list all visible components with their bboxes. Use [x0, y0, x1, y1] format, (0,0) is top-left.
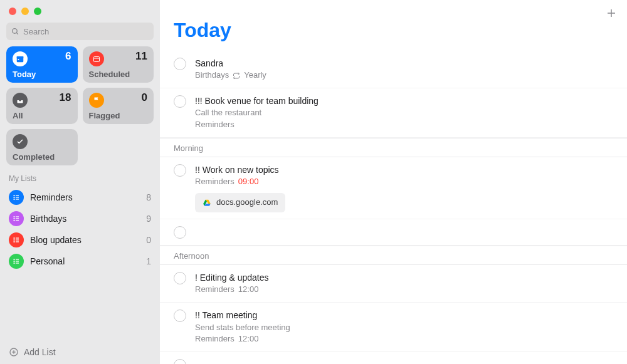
- svg-point-25: [14, 259, 14, 260]
- task-complete-toggle[interactable]: [174, 309, 186, 322]
- smart-lists-grid: 6 Today 11 Scheduled 18 All: [0, 46, 160, 165]
- scheduled-label: Scheduled: [89, 70, 130, 79]
- repeat-icon: [233, 72, 240, 80]
- sidebar: Search 6 Today 11 Scheduled: [0, 0, 160, 364]
- list-birthdays[interactable]: Birthdays 9: [0, 208, 160, 229]
- svg-line-1: [16, 33, 18, 34]
- task-title: !! Team meeting: [195, 309, 613, 321]
- svg-point-0: [13, 28, 18, 33]
- task-title: !! Work on new topics: [195, 164, 613, 176]
- task-complete-toggle[interactable]: [174, 272, 186, 284]
- page-title: Today: [160, 19, 627, 51]
- checkmark-icon: [13, 134, 28, 149]
- main-pane: Today Sandra Birthdays Yearly !!! Book v…: [160, 0, 627, 364]
- task-title: !!! Book venue for team building: [195, 95, 613, 107]
- calendar-icon: [89, 51, 104, 66]
- task-time: 09:00: [238, 176, 259, 188]
- flagged-label: Flagged: [89, 111, 120, 120]
- list-bullet-icon: [9, 190, 24, 205]
- task-complete-toggle[interactable]: [174, 58, 186, 70]
- google-drive-icon: [203, 199, 211, 207]
- section-header-afternoon: Afternoon: [160, 246, 627, 265]
- task-list: Birthdays: [195, 70, 229, 81]
- smart-list-today[interactable]: 6 Today: [6, 46, 78, 83]
- search-placeholder: Search: [23, 27, 49, 36]
- task-complete-toggle[interactable]: [174, 359, 186, 364]
- svg-rect-4: [18, 59, 19, 60]
- add-reminder-button[interactable]: [606, 8, 617, 22]
- list-bullet-icon: [9, 211, 24, 226]
- task-row[interactable]: Sandra Birthdays Yearly: [160, 51, 627, 88]
- search-input[interactable]: Search: [6, 23, 154, 40]
- svg-point-21: [14, 240, 14, 241]
- calendar-today-icon: [13, 51, 28, 66]
- task-note: Call the restaurant: [195, 107, 613, 119]
- svg-point-17: [14, 221, 14, 221]
- smart-list-scheduled[interactable]: 11 Scheduled: [83, 46, 154, 83]
- window-minimize-button[interactable]: [21, 8, 29, 15]
- task-time: 12:00: [238, 333, 259, 345]
- plus-circle-icon: [9, 347, 19, 357]
- task-list: Reminders: [195, 119, 613, 131]
- list-name: Birthdays: [30, 214, 146, 224]
- smart-list-completed[interactable]: Completed: [6, 129, 78, 165]
- list-name: Reminders: [30, 192, 146, 202]
- svg-point-15: [14, 219, 14, 219]
- today-label: Today: [13, 70, 36, 79]
- svg-point-19: [14, 238, 14, 239]
- svg-point-7: [14, 195, 14, 196]
- task-complete-toggle[interactable]: [174, 164, 186, 177]
- list-count: 8: [146, 192, 151, 202]
- task-row-empty[interactable]: [160, 352, 627, 364]
- completed-label: Completed: [13, 152, 55, 162]
- all-label: All: [13, 111, 23, 120]
- plus-icon: [606, 8, 617, 19]
- window-controls: [0, 0, 160, 23]
- task-row-empty[interactable]: [160, 219, 627, 246]
- search-icon: [11, 28, 19, 36]
- all-count: 18: [60, 91, 71, 104]
- task-list: Reminders: [195, 176, 234, 188]
- task-complete-toggle[interactable]: [174, 95, 186, 108]
- task-title: Sandra: [195, 57, 613, 70]
- task-row[interactable]: !! Work on new topics Reminders 09:00 do…: [160, 157, 627, 219]
- inbox-icon: [13, 93, 28, 108]
- task-attachment[interactable]: docs.google.com: [195, 193, 285, 212]
- list-personal[interactable]: Personal 1: [0, 251, 160, 272]
- task-note: Send stats before meeting: [195, 322, 613, 334]
- task-list: Reminders: [195, 284, 234, 296]
- list-blog-updates[interactable]: Blog updates 0: [0, 229, 160, 251]
- svg-point-13: [14, 217, 14, 217]
- smart-list-all[interactable]: 18 All: [6, 88, 78, 124]
- svg-point-9: [14, 197, 14, 198]
- list-count: 9: [146, 214, 151, 224]
- attachment-label: docs.google.com: [216, 197, 278, 209]
- task-row[interactable]: !!! Book venue for team building Call th…: [160, 88, 627, 138]
- task-repeat: Yearly: [244, 70, 266, 81]
- window-maximize-button[interactable]: [34, 8, 41, 15]
- my-lists-header: My Lists: [0, 165, 160, 187]
- svg-rect-3: [17, 56, 24, 58]
- add-list-label: Add List: [24, 347, 56, 357]
- add-list-button[interactable]: Add List: [0, 340, 160, 364]
- list-reminders[interactable]: Reminders 8: [0, 187, 160, 208]
- task-row[interactable]: ! Editing & updates Reminders 12:00: [160, 265, 627, 303]
- task-complete-toggle[interactable]: [174, 226, 186, 239]
- svg-rect-5: [93, 57, 99, 62]
- list-count: 1: [146, 256, 151, 266]
- window-close-button[interactable]: [9, 8, 16, 15]
- svg-point-23: [14, 242, 14, 242]
- flag-icon: [89, 93, 104, 108]
- smart-list-flagged[interactable]: 0 Flagged: [83, 88, 154, 124]
- list-bullet-icon: [9, 232, 24, 247]
- task-row[interactable]: !! Team meeting Send stats before meetin…: [160, 303, 627, 352]
- list-count: 0: [146, 235, 151, 245]
- svg-point-11: [14, 199, 14, 200]
- list-name: Personal: [30, 256, 146, 266]
- task-content: Today Sandra Birthdays Yearly !!! Book v…: [160, 0, 627, 364]
- task-time: 12:00: [238, 284, 259, 296]
- section-header-morning: Morning: [160, 138, 627, 157]
- today-count: 6: [65, 50, 71, 63]
- app-window: Search 6 Today 11 Scheduled: [0, 0, 627, 364]
- task-list: Reminders: [195, 333, 234, 345]
